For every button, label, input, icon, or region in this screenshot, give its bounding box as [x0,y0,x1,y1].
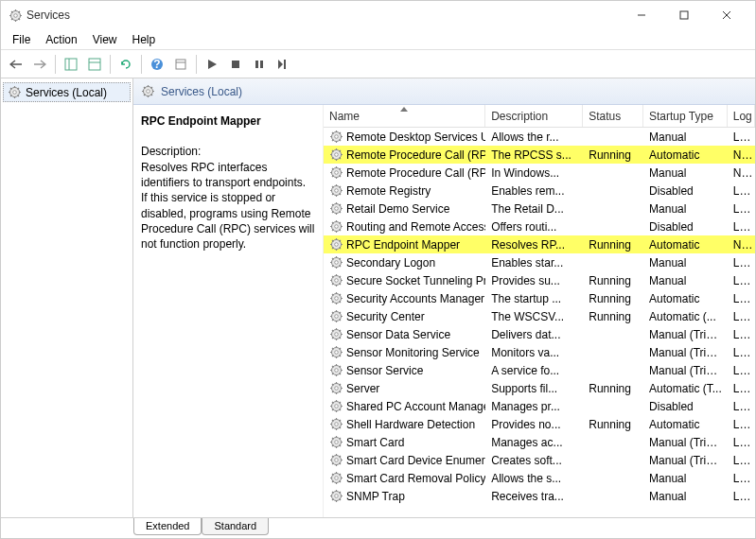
service-row[interactable]: Secure Socket Tunneling Pr...Provides su… [324,271,755,289]
service-row[interactable]: Sensor Monitoring ServiceMonitors va...M… [324,343,755,361]
menu-action[interactable]: Action [38,31,84,48]
content-header-title: Services (Local) [161,85,242,98]
service-logon: Loca [728,274,755,287]
service-logon: Loca [728,328,755,341]
service-row[interactable]: Smart CardManages ac...Manual (Trig...Lo… [324,433,755,451]
service-startup: Automatic [643,292,728,305]
service-description: Enables star... [485,256,583,270]
service-row[interactable]: Remote Procedure Call (RPC)The RPCSS s..… [324,146,755,164]
service-row[interactable]: Smart Card Device Enumera...Creates soft… [324,451,755,469]
gear-icon [329,435,343,449]
service-row[interactable]: ServerSupports fil...RunningAutomatic (T… [324,379,755,397]
service-description: Receives tra... [485,490,583,503]
gear-icon [329,327,343,341]
service-startup: Automatic [643,418,728,431]
tab-standard[interactable]: Standard [202,518,269,535]
gear-icon [329,381,343,395]
service-name: Server [346,382,379,395]
column-header-logon[interactable]: Log On As [728,105,755,127]
gear-icon [329,453,343,467]
service-row[interactable]: Routing and Remote AccessOffers routi...… [324,217,755,235]
close-button[interactable] [705,2,747,28]
minimize-button[interactable] [620,2,662,28]
service-startup: Manual (Trig... [643,436,728,449]
service-startup: Manual [643,274,728,287]
service-description: Resolves RP... [485,238,583,252]
menu-file[interactable]: File [5,31,38,48]
service-description: Manages ac... [485,436,583,449]
service-description: The Retail D... [485,202,583,216]
show-hide-tree-button[interactable] [60,53,82,76]
tree-node-label: Services (Local) [26,86,107,99]
service-logon: Loca [728,364,755,377]
gear-icon [329,291,343,305]
service-logon: Loca [728,184,755,198]
service-startup: Automatic (... [643,310,728,323]
service-row[interactable]: Security CenterThe WSCSV...RunningAutoma… [324,307,755,325]
service-row[interactable]: Security Accounts ManagerThe startup ...… [324,289,755,307]
service-name: Secure Socket Tunneling Pr... [346,274,485,287]
service-description: Provides su... [485,274,583,287]
service-row[interactable]: SNMP TrapReceives tra...ManualLoca [324,487,755,505]
gear-icon [329,165,343,180]
column-header-startup[interactable]: Startup Type [643,105,728,127]
service-name: Smart Card Removal Policy [346,472,485,485]
export-list-button[interactable] [83,53,106,76]
help-button[interactable]: ? [146,53,168,76]
maximize-button[interactable] [662,2,705,28]
service-name: Security Center [346,310,425,323]
forward-button[interactable] [28,53,51,76]
service-description: Supports fil... [485,382,583,395]
service-row[interactable]: Shell Hardware DetectionProvides no...Ru… [324,415,755,433]
svg-rect-14 [65,59,77,70]
column-header-description[interactable]: Description [485,105,583,127]
service-row[interactable]: Sensor Data ServiceDelivers dat...Manual… [324,325,755,343]
service-row[interactable]: Sensor ServiceA service fo...Manual (Tri… [324,361,755,379]
service-status: Running [583,310,643,323]
service-row[interactable]: Secondary LogonEnables star...ManualLoca [324,253,755,271]
back-button[interactable] [5,53,27,76]
pause-service-button[interactable] [248,53,271,76]
list-header: Name Description Status Startup Type Log… [324,105,755,128]
gear-icon [329,130,343,144]
service-row[interactable]: Shared PC Account ManagerManages pr...Di… [324,397,755,415]
service-name: Shared PC Account Manager [346,400,485,413]
gear-icon [329,237,343,252]
service-startup: Disabled [643,400,728,413]
service-row[interactable]: Smart Card Removal PolicyAllows the s...… [324,469,755,487]
service-status: Running [583,238,643,252]
tree-panel: Services (Local) [1,78,133,517]
service-logon: Loca [728,292,755,305]
service-name: Shell Hardware Detection [346,418,475,431]
service-logon: Loca [728,418,755,431]
service-row[interactable]: Retail Demo ServiceThe Retail D...Manual… [324,200,755,217]
svg-rect-24 [260,61,263,68]
service-status: Running [583,274,643,287]
restart-service-button[interactable] [272,53,294,76]
refresh-button[interactable] [114,53,137,76]
svg-rect-16 [89,59,100,70]
menu-view[interactable]: View [85,31,125,48]
service-startup: Manual (Trig... [643,328,728,341]
service-row[interactable]: Remote Desktop Services U...Allows the r… [324,128,755,146]
service-name: Retail Demo Service [346,202,449,216]
menu-help[interactable]: Help [125,31,164,48]
service-row[interactable]: Remote Procedure Call (RP...In Windows..… [324,164,755,182]
tab-extended[interactable]: Extended [133,518,202,535]
service-logon: Netv [728,238,755,252]
service-row[interactable]: RPC Endpoint MapperResolves RP...Running… [324,235,755,253]
properties-button[interactable] [169,53,192,76]
service-row[interactable]: Remote RegistryEnables rem...DisabledLoc… [324,182,755,200]
service-description: A service fo... [485,364,583,377]
menu-bar: File Action View Help [1,29,755,50]
service-status: Running [583,292,643,305]
column-header-status[interactable]: Status [583,105,643,127]
service-logon: Netv [728,166,755,180]
service-logon: Loca [728,220,755,234]
stop-service-button[interactable] [224,53,247,76]
description-label: Description: [141,145,315,158]
start-service-button[interactable] [201,53,223,76]
tree-node-services-local[interactable]: Services (Local) [3,82,131,102]
column-header-name[interactable]: Name [324,105,485,127]
service-name: Sensor Data Service [346,328,450,341]
